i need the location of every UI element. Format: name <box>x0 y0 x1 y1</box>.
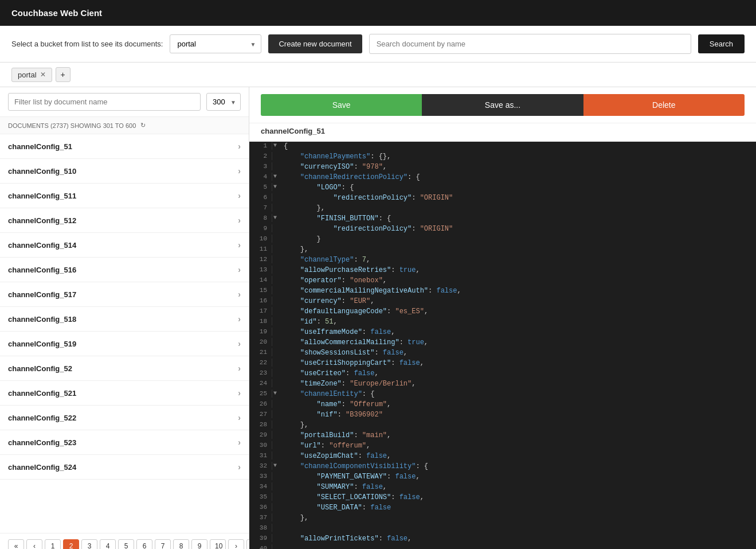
list-item[interactable]: channelConfig_52› <box>0 356 249 381</box>
first-page-button[interactable]: « <box>8 539 24 549</box>
list-item[interactable]: channelConfig_522› <box>0 406 249 430</box>
code-editor[interactable]: 1▼{2 "channelPayments": {},3 "currencyIS… <box>249 142 756 549</box>
fold-icon <box>272 379 280 380</box>
list-item[interactable]: channelConfig_519› <box>0 332 249 356</box>
code-line: 4▼ "channelRedirectionPolicy": { <box>249 173 756 183</box>
code-line: 13 "allowPurchaseRetries": true, <box>249 266 756 276</box>
close-icon[interactable]: ✕ <box>40 71 46 79</box>
page-button-10[interactable]: 10 <box>210 539 226 549</box>
fold-icon <box>272 400 280 401</box>
page-button-7[interactable]: 7 <box>155 539 171 549</box>
line-number: 9 <box>249 224 272 232</box>
fold-icon <box>272 286 280 287</box>
list-item[interactable]: channelConfig_511› <box>0 184 249 208</box>
page-button-3[interactable]: 3 <box>81 539 97 549</box>
list-item[interactable]: channelConfig_517› <box>0 282 249 307</box>
filter-row: 300 100 500 <box>0 87 249 117</box>
line-content: }, <box>280 513 756 523</box>
fold-icon <box>272 266 280 267</box>
line-content: "SUMMARY": false, <box>280 482 756 492</box>
page-button-4[interactable]: 4 <box>100 539 116 549</box>
portal-tab[interactable]: portal ✕ <box>11 68 52 82</box>
code-line: 24 "timeZone": "Europe/Berlin", <box>249 379 756 390</box>
action-bar: Save Save as... Delete <box>249 87 756 123</box>
fold-icon <box>272 245 280 246</box>
chevron-icon: › <box>238 339 241 348</box>
code-line: 28 }, <box>249 420 756 431</box>
line-number: 24 <box>249 379 272 387</box>
search-document-input[interactable] <box>369 34 691 54</box>
create-document-button[interactable]: Create new document <box>268 34 362 53</box>
line-content: "LOGO": { <box>280 183 756 192</box>
fold-icon[interactable]: ▼ <box>272 462 280 469</box>
line-number: 12 <box>249 255 272 263</box>
line-number: 33 <box>249 472 272 480</box>
page-button-8[interactable]: 8 <box>173 539 189 549</box>
docs-count-label: DOCUMENTS (2737) SHOWING 301 TO 600 <box>8 122 136 129</box>
fold-icon[interactable]: ▼ <box>272 390 280 397</box>
fold-icon[interactable]: ▼ <box>272 214 280 221</box>
code-line: 37 }, <box>249 513 756 524</box>
code-line: 10 } <box>249 235 756 245</box>
list-item[interactable]: channelConfig_516› <box>0 258 249 282</box>
line-content: "SELECT_LOCATIONS": false, <box>280 493 756 502</box>
fold-icon[interactable]: ▼ <box>272 142 280 149</box>
fold-icon <box>272 328 280 329</box>
line-content: "PAYMENT_GATEWAY": false, <box>280 472 756 481</box>
list-item[interactable]: channelConfig_521› <box>0 381 249 406</box>
code-line: 17 "defaultLanguageCode": "es_ES", <box>249 307 756 317</box>
page-button-5[interactable]: 5 <box>118 539 134 549</box>
fold-icon <box>272 420 280 422</box>
fold-icon <box>272 441 280 442</box>
list-item[interactable]: channelConfig_514› <box>0 233 249 258</box>
line-number: 38 <box>249 524 272 532</box>
list-item[interactable]: channelConfig_524› <box>0 455 249 480</box>
list-item[interactable]: channelConfig_512› <box>0 208 249 233</box>
refresh-icon[interactable]: ↻ <box>140 122 146 129</box>
chevron-icon: › <box>238 191 241 200</box>
count-select[interactable]: 300 100 500 <box>206 93 241 111</box>
list-item[interactable]: channelConfig_51› <box>0 134 249 159</box>
chevron-icon: › <box>238 413 241 422</box>
prev-page-button[interactable]: ‹ <box>26 539 42 549</box>
page-button-9[interactable]: 9 <box>191 539 207 549</box>
chevron-icon: › <box>238 364 241 373</box>
line-number: 34 <box>249 482 272 490</box>
fold-icon[interactable]: ▼ <box>272 183 280 190</box>
next-page-button[interactable]: › <box>228 539 244 549</box>
line-number: 21 <box>249 348 272 356</box>
code-line: 32▼ "channelComponentVisibility": { <box>249 462 756 472</box>
page-button-2[interactable]: 2 <box>63 539 79 549</box>
fold-icon <box>272 544 280 546</box>
line-content: "channelType": 7, <box>280 255 756 264</box>
search-button[interactable]: Search <box>698 34 745 53</box>
code-line: 2 "channelPayments": {}, <box>249 152 756 162</box>
code-line: 8▼ "FINISH_BUTTON": { <box>249 214 756 224</box>
line-number: 29 <box>249 431 272 439</box>
save-button[interactable]: Save <box>261 94 422 116</box>
page-button-6[interactable]: 6 <box>136 539 152 549</box>
save-as-button[interactable]: Save as... <box>422 94 583 116</box>
code-line: 26 "name": "Offerum", <box>249 400 756 410</box>
line-number: 19 <box>249 328 272 336</box>
bucket-select[interactable]: portal <box>170 34 261 53</box>
page-button-1[interactable]: 1 <box>45 539 61 549</box>
delete-button[interactable]: Delete <box>583 94 745 116</box>
line-number: 35 <box>249 493 272 501</box>
line-content: "useCritiShoppingCart": false, <box>280 359 756 368</box>
list-item[interactable]: channelConfig_523› <box>0 430 249 455</box>
list-item[interactable]: channelConfig_510› <box>0 159 249 184</box>
code-line: 1▼{ <box>249 142 756 152</box>
line-content: }, <box>280 204 756 213</box>
fold-icon[interactable]: ▼ <box>272 173 280 180</box>
code-line: 40 <box>249 544 756 549</box>
fold-icon <box>272 297 280 298</box>
list-item[interactable]: channelConfig_518› <box>0 307 249 332</box>
line-number: 18 <box>249 317 272 325</box>
add-tab-button[interactable]: + <box>56 67 70 82</box>
line-number: 27 <box>249 410 272 418</box>
doc-name: channelConfig_52 <box>8 364 72 373</box>
filter-input[interactable] <box>8 93 201 111</box>
line-number: 20 <box>249 338 272 346</box>
fold-icon <box>272 513 280 515</box>
